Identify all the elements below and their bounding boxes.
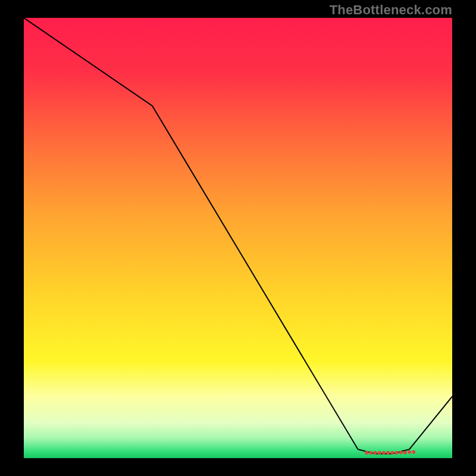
marker-dot [408, 450, 411, 454]
gradient-background [24, 18, 452, 458]
marker-dot [365, 451, 368, 455]
marker-dot [373, 451, 377, 455]
chart-plot [24, 18, 452, 458]
marker-dot [394, 451, 398, 455]
marker-dot [390, 451, 394, 455]
marker-dot [403, 450, 407, 454]
marker-dot [369, 451, 372, 455]
marker-dot [412, 450, 415, 454]
marker-dot [378, 451, 381, 455]
watermark-text: TheBottleneck.com [330, 2, 452, 18]
marker-dot [386, 451, 390, 455]
marker-dot [399, 450, 403, 454]
chart-frame: TheBottleneck.com [0, 0, 476, 476]
marker-dot [382, 451, 386, 455]
